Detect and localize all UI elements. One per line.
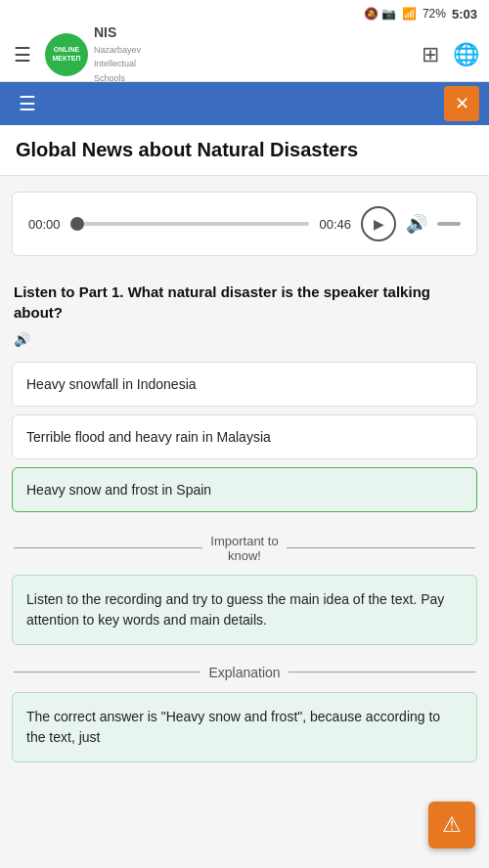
question-label: Listen to Part 1. What natural disaster … (14, 282, 475, 323)
divider-left (14, 547, 202, 548)
explanation-label: Explanation (208, 665, 280, 680)
hamburger-icon[interactable]: ☰ (10, 39, 35, 70)
logo-container: ONLINEМЕКТЕП NIS NazarbayevIntellectualS… (45, 23, 412, 84)
grid-icon[interactable]: ⊞ (422, 42, 439, 67)
logo-circle: ONLINEМЕКТЕП (45, 33, 88, 76)
audio-thumb (70, 217, 84, 231)
warning-fab[interactable]: ⚠ (428, 802, 475, 848)
volume-icon[interactable]: 🔊 (406, 213, 427, 235)
globe-icon[interactable]: 🌐 (453, 42, 479, 67)
menu-button[interactable]: ☰ (10, 86, 45, 121)
divider-right (287, 547, 475, 548)
question-text: Listen to Part 1. What natural disaster … (14, 282, 475, 350)
option-text: Heavy snowfall in Indonesia (26, 376, 197, 392)
important-label: Important toknow! (210, 534, 278, 563)
menu-bar: ☰ ✕ (0, 82, 489, 125)
answer-text: The correct answer is "Heavy snow and fr… (26, 709, 440, 745)
time-label: 5:03 (452, 7, 477, 22)
options-list: Heavy snowfall in Indonesia Terrible flo… (0, 354, 489, 520)
audio-player: 00:00 00:46 ▶ 🔊 (12, 192, 477, 256)
explanation-divider: Explanation (0, 659, 489, 688)
option-item[interactable]: Terrible flood and heavy rain in Malaysi… (12, 414, 477, 459)
volume-bar[interactable] (437, 222, 461, 226)
warning-icon: ⚠ (442, 812, 462, 838)
close-button[interactable]: ✕ (444, 86, 479, 121)
info-text: Listen to the recording and try to guess… (26, 591, 444, 628)
signal-icon: 📶 (402, 7, 417, 21)
option-text: Heavy snow and frost in Spain (26, 482, 211, 498)
battery-label: 72% (422, 7, 446, 21)
page-title: Global News about Natural Disasters (0, 125, 489, 176)
info-box: Listen to the recording and try to guess… (12, 575, 477, 645)
audio-time-start: 00:00 (28, 217, 61, 232)
explanation-divider-right (289, 672, 475, 673)
important-divider: Important toknow! (0, 520, 489, 571)
question-section: Listen to Part 1. What natural disaster … (0, 272, 489, 354)
logo-text: ONLINEМЕКТЕП (53, 46, 81, 63)
option-item-selected[interactable]: Heavy snow and frost in Spain (12, 467, 477, 512)
audio-track[interactable] (70, 222, 310, 226)
status-icons: 🔕 📷 (364, 7, 396, 21)
option-text: Terrible flood and heavy rain in Malaysi… (26, 429, 271, 445)
nis-label: NIS (94, 24, 116, 40)
top-nav: ☰ ONLINEМЕКТЕП NIS NazarbayevIntellectua… (0, 27, 489, 82)
option-item[interactable]: Heavy snowfall in Indonesia (12, 362, 477, 407)
explanation-divider-left (14, 672, 200, 673)
nis-subtitle: NazarbayevIntellectualSchools (94, 45, 141, 83)
question-audio-icon[interactable]: 🔊 (14, 330, 30, 350)
nav-icons: ⊞ 🌐 (422, 42, 479, 67)
audio-time-end: 00:46 (319, 217, 351, 232)
logo-subtext: NIS NazarbayevIntellectualSchools (94, 23, 141, 84)
play-button[interactable]: ▶ (361, 206, 396, 241)
answer-box: The correct answer is "Heavy snow and fr… (12, 692, 477, 762)
